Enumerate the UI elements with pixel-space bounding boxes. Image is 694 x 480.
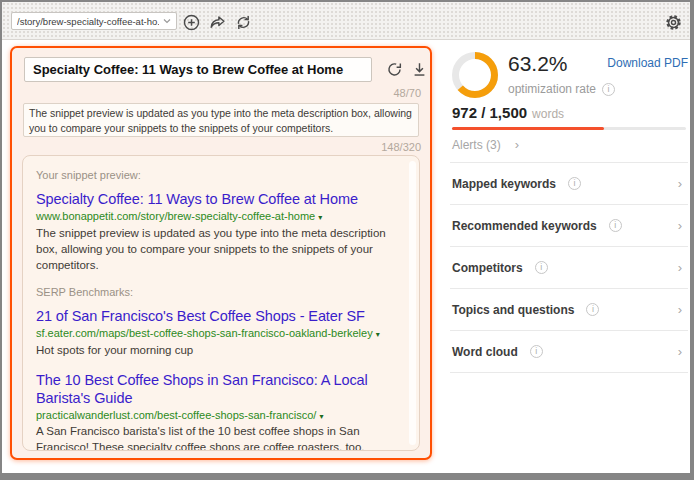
info-icon[interactable] xyxy=(535,261,548,274)
topbar: /story/brew-specialty-coffee-at-ho... xyxy=(2,2,690,40)
serp-result-description: A San Francisco barista's list of the 10… xyxy=(36,423,395,451)
refresh-snippet-icon[interactable] xyxy=(386,61,403,78)
share-button[interactable] xyxy=(209,14,226,31)
meta-description-input[interactable] xyxy=(23,103,419,137)
sidebar-menu: Mapped keywords Recommended keywords Com… xyxy=(450,162,688,373)
meta-char-counter: 148/320 xyxy=(381,141,421,153)
chevron-right-icon xyxy=(678,344,682,359)
optimization-rate-label: optimization rate xyxy=(508,82,596,96)
info-icon[interactable] xyxy=(586,303,599,316)
words-progress-fill xyxy=(452,127,604,130)
serp-result: 21 of San Francisco's Best Coffee Shops … xyxy=(36,307,395,358)
snippet-preview-label: Your snippet preview: xyxy=(36,169,395,181)
word-count-value: 972 / 1,500 xyxy=(452,104,527,121)
info-icon[interactable] xyxy=(609,219,622,232)
url-dropdown-icon[interactable]: ▾ xyxy=(376,330,380,339)
settings-gear-icon[interactable] xyxy=(665,14,682,31)
chevron-right-icon xyxy=(678,302,682,317)
snippet-scrollbar[interactable] xyxy=(409,161,416,445)
serp-result-title-link[interactable]: 21 of San Francisco's Best Coffee Shops … xyxy=(36,307,395,325)
chevron-right-icon xyxy=(678,176,682,191)
chevron-right-icon xyxy=(678,218,682,233)
sidebar-item-mapped-keywords[interactable]: Mapped keywords xyxy=(450,163,688,205)
serp-result-own: Specialty Coffee: 11 Ways to Brew Coffee… xyxy=(36,190,395,273)
serp-result-title-link[interactable]: The 10 Best Coffee Shops in San Francisc… xyxy=(36,371,395,407)
add-page-button[interactable] xyxy=(183,14,200,31)
serp-result-description: The snippet preview is updated as you ty… xyxy=(36,225,395,273)
sidebar-item-word-cloud[interactable]: Word cloud xyxy=(450,331,688,373)
refresh-data-button[interactable] xyxy=(235,14,252,31)
seo-editor-panel: 48/70 148/320 Your snippet preview: Spec… xyxy=(10,46,432,460)
page-url-value: /story/brew-specialty-coffee-at-ho... xyxy=(17,16,159,27)
serp-result-description: Hot spots for your morning cup xyxy=(36,342,395,358)
serp-result-url: sf.eater.com/maps/best-coffee-shops-san-… xyxy=(36,327,373,339)
word-count-unit: words xyxy=(532,107,564,121)
app-window: /story/brew-specialty-coffee-at-ho... xyxy=(0,0,694,480)
page-title-input[interactable] xyxy=(24,57,372,82)
word-count-progress-bar xyxy=(452,127,686,130)
info-icon[interactable] xyxy=(602,83,615,96)
serp-result: The 10 Best Coffee Shops in San Francisc… xyxy=(36,371,395,451)
snippet-preview-box: Your snippet preview: Specialty Coffee: … xyxy=(22,155,420,451)
chevron-right-icon xyxy=(678,260,682,275)
serp-result-title-link[interactable]: Specialty Coffee: 11 Ways to Brew Coffee… xyxy=(36,190,395,208)
serp-result-url: www.bonappetit.com/story/brew-specialty-… xyxy=(36,210,315,222)
download-pdf-link[interactable]: Download PDF xyxy=(607,56,688,70)
sidebar-item-topics-and-questions[interactable]: Topics and questions xyxy=(450,289,688,331)
chevron-down-icon xyxy=(163,18,171,24)
info-icon[interactable] xyxy=(530,345,543,358)
sidebar-item-competitors[interactable]: Competitors xyxy=(450,247,688,289)
sidebar-item-recommended-keywords[interactable]: Recommended keywords xyxy=(450,205,688,247)
serp-result-url: practicalwanderlust.com/best-coffee-shop… xyxy=(36,409,316,421)
title-char-counter: 48/70 xyxy=(393,87,421,99)
alerts-label: Alerts (3) xyxy=(452,138,501,152)
info-icon[interactable] xyxy=(568,177,581,190)
chevron-right-icon xyxy=(515,137,519,152)
optimization-donut-chart xyxy=(452,52,498,98)
page-url-select[interactable]: /story/brew-specialty-coffee-at-ho... xyxy=(11,12,177,30)
optimization-rate-value: 63.2% xyxy=(508,52,568,76)
download-icon[interactable] xyxy=(411,61,428,78)
url-dropdown-icon[interactable]: ▾ xyxy=(318,213,322,222)
serp-benchmarks-label: SERP Benchmarks: xyxy=(36,286,395,298)
url-dropdown-icon[interactable]: ▾ xyxy=(319,412,323,421)
alerts-link[interactable]: Alerts (3) xyxy=(452,137,519,152)
